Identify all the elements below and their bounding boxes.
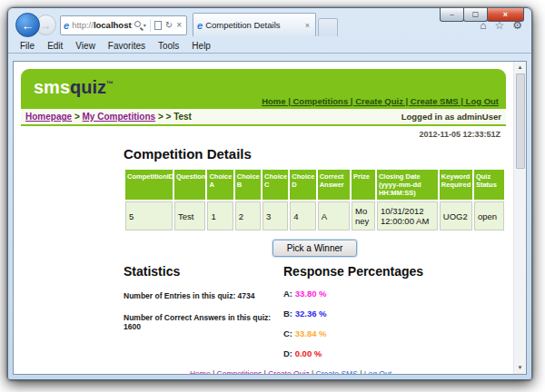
footer-log-out-link[interactable]: Log Out bbox=[364, 369, 391, 374]
footer-competitions-link[interactable]: Competitions bbox=[217, 369, 263, 374]
back-button[interactable]: ← bbox=[15, 13, 40, 37]
tab-close-icon[interactable]: × bbox=[303, 21, 312, 30]
col-question: Question bbox=[174, 170, 206, 200]
ie-icon: e bbox=[64, 20, 69, 31]
cell-choice-c: 3 bbox=[263, 201, 288, 230]
close-button[interactable]: × bbox=[487, 8, 524, 22]
refresh-icon[interactable]: ↻ bbox=[165, 20, 173, 30]
col-choice-d: Choice D bbox=[290, 170, 315, 200]
cell-closing-date: 10/31/2012 12:00:00 AM bbox=[377, 201, 438, 230]
window-controls: – ▢ × bbox=[441, 8, 524, 22]
footer-create-sms-link[interactable]: Create SMS bbox=[316, 369, 358, 374]
menu-tools[interactable]: Tools bbox=[152, 41, 185, 51]
maximize-button[interactable]: ▢ bbox=[463, 8, 488, 22]
menu-help[interactable]: Help bbox=[185, 41, 217, 51]
response-percentages-title: Response Percentages bbox=[283, 264, 423, 279]
col-prize: Prize bbox=[352, 170, 375, 200]
statistics-title: Statistics bbox=[124, 264, 283, 279]
browser-viewport: smsquiz™ Home | Competitions | Create Qu… bbox=[13, 61, 527, 375]
cell-choice-a: 1 bbox=[207, 201, 233, 230]
breadcrumb-bar: Homepage > My Competitions > > Test Logg… bbox=[21, 109, 506, 126]
breadcrumb-homepage-link[interactable]: Homepage bbox=[25, 112, 72, 122]
footer-home-link[interactable]: Home bbox=[190, 369, 211, 374]
response-percentages-section: Response Percentages A: 33.80 % B: 32.36… bbox=[283, 264, 423, 358]
tab-favicon-ie-icon: e bbox=[197, 20, 203, 31]
entries-count: Number of Entries in this quiz: 4734 bbox=[124, 291, 283, 300]
col-keyword-required: Keyword Required bbox=[440, 170, 472, 200]
page-title: Competition Details bbox=[124, 146, 506, 162]
breadcrumb: Homepage > My Competitions > > Test bbox=[25, 112, 192, 122]
cell-choice-b: 2 bbox=[235, 201, 261, 230]
cell-quiz-status: open bbox=[474, 201, 504, 230]
table-header-row: CompetitionID Question Choice A Choice B… bbox=[125, 170, 504, 200]
col-choice-c: Choice C bbox=[263, 170, 288, 200]
cell-prize: Money bbox=[352, 201, 375, 230]
cell-question: Test bbox=[174, 201, 206, 230]
web-page: smsquiz™ Home | Competitions | Create Qu… bbox=[14, 62, 513, 374]
percentage-a: A: 33.80 % bbox=[283, 289, 423, 299]
cell-correct-answer: A bbox=[318, 201, 350, 230]
col-competition-id: CompetitionID bbox=[125, 170, 173, 200]
menu-edit[interactable]: Edit bbox=[41, 41, 69, 51]
tab-title: Competition Details bbox=[205, 20, 303, 30]
smsquiz-logo: smsquiz™ bbox=[34, 77, 114, 98]
minimize-button[interactable]: – bbox=[440, 8, 464, 22]
table-row: 5 Test 1 2 3 4 A Money 10/31/2012 12:00:… bbox=[125, 201, 504, 230]
pick-a-winner-button[interactable]: Pick a Winner bbox=[272, 240, 358, 257]
footer-create-quiz-link[interactable]: Create Quiz bbox=[268, 369, 309, 374]
col-correct-answer: Correct Answer bbox=[318, 170, 350, 200]
breadcrumb-current: Test bbox=[173, 112, 192, 122]
statistics-section: Statistics Number of Entries in this qui… bbox=[124, 264, 283, 358]
percentage-c: C: 33.84 % bbox=[283, 328, 423, 338]
header-nav-links[interactable]: Home | Competitions | Create Quiz | Crea… bbox=[262, 96, 499, 106]
url-text[interactable]: http://localhost:90/com bbox=[72, 20, 133, 30]
percentage-b: B: 32.36 % bbox=[283, 309, 423, 318]
cell-choice-d: 4 bbox=[290, 201, 315, 230]
search-icon[interactable] bbox=[134, 21, 141, 27]
breadcrumb-my-competitions-link[interactable]: My Competitions bbox=[83, 112, 156, 122]
search-dropdown-caret-icon[interactable]: ▾ bbox=[144, 22, 146, 28]
new-tab-button[interactable] bbox=[318, 18, 338, 36]
server-timestamp: 2012-11-05 12:33:51Z bbox=[14, 130, 500, 139]
competition-table: CompetitionID Question Choice A Choice B… bbox=[124, 168, 506, 232]
cell-keyword-required: UOG2 bbox=[440, 201, 472, 230]
menu-view[interactable]: View bbox=[69, 41, 102, 51]
scroll-down-icon[interactable]: ▼ bbox=[518, 362, 523, 374]
col-quiz-status: Quiz Status bbox=[474, 170, 504, 200]
scrollbar-thumb[interactable] bbox=[516, 74, 525, 169]
correct-count: Number of Correct Answers in this quiz: … bbox=[124, 313, 283, 331]
logged-in-status: Logged in as adminUser bbox=[401, 112, 501, 122]
scroll-up-icon[interactable]: ▲ bbox=[518, 62, 523, 74]
footer-links: Home | Competitions | Create Quiz | Crea… bbox=[124, 369, 458, 374]
browser-tab[interactable]: e Competition Details × bbox=[193, 13, 316, 36]
col-closing-date: Closing Date (yyyy-mm-dd HH:MM:SS) bbox=[377, 170, 438, 200]
col-choice-a: Choice A bbox=[207, 170, 233, 200]
browser-window: – ▢ × ← → e http://localhost:90/com ▾ ↻ … bbox=[7, 7, 532, 380]
stop-icon[interactable]: × bbox=[176, 20, 182, 30]
percentage-d: D: 0.00 % bbox=[283, 348, 423, 358]
site-header: smsquiz™ Home | Competitions | Create Qu… bbox=[21, 69, 506, 109]
address-bar[interactable]: e http://localhost:90/com ▾ ↻ × bbox=[60, 15, 187, 35]
compatibility-view-icon[interactable] bbox=[154, 21, 162, 30]
menu-file[interactable]: File bbox=[14, 41, 41, 51]
divider bbox=[150, 19, 151, 32]
vertical-scrollbar[interactable]: ▲ ▼ bbox=[513, 62, 526, 374]
col-choice-b: Choice B bbox=[235, 170, 261, 200]
menu-favorites[interactable]: Favorites bbox=[102, 41, 152, 51]
menu-bar: File Edit View Favorites Tools Help bbox=[8, 38, 531, 54]
cell-competition-id: 5 bbox=[125, 201, 173, 230]
